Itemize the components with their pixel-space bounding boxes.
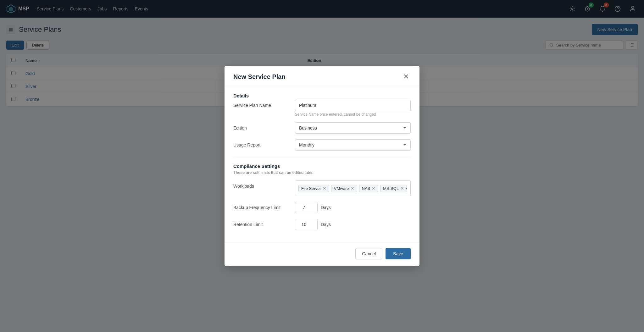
workload-tag-nas-label: NAS bbox=[362, 186, 370, 191]
cancel-button[interactable]: Cancel bbox=[355, 248, 382, 259]
workload-tag-fileserver-remove[interactable]: ✕ bbox=[323, 186, 326, 191]
workload-tag-mssql-label: MS-SQL bbox=[383, 186, 399, 191]
workloads-field: File Server ✕ VMware ✕ NAS ✕ MS-SQL bbox=[295, 180, 411, 196]
modal-body: Details Service Plan Name Service Name o… bbox=[225, 86, 419, 243]
modal-close-button[interactable]: ✕ bbox=[401, 73, 411, 81]
modal-overlay[interactable]: New Service Plan ✕ Details Service Plan … bbox=[0, 0, 644, 332]
retention-number-days: Days bbox=[295, 219, 411, 230]
workloads-row: Workloads File Server ✕ VMware ✕ NAS bbox=[233, 180, 411, 196]
service-plan-name-field: Service Name once entered, cannot be cha… bbox=[295, 100, 411, 117]
edition-row: Edition Business Elite Enterprise bbox=[233, 122, 411, 134]
compliance-section-title: Compliance Settings bbox=[233, 163, 411, 169]
workloads-box[interactable]: File Server ✕ VMware ✕ NAS ✕ MS-SQL bbox=[295, 180, 411, 196]
backup-freq-input[interactable] bbox=[295, 202, 318, 213]
modal-title: New Service Plan bbox=[233, 73, 286, 80]
workload-tag-vmware-remove[interactable]: ✕ bbox=[351, 186, 354, 191]
workload-tag-vmware-label: VMware bbox=[334, 186, 349, 191]
edition-field: Business Elite Enterprise bbox=[295, 122, 411, 134]
workload-tag-mssql-remove[interactable]: ✕ bbox=[400, 186, 404, 191]
workload-tag-nas: NAS ✕ bbox=[359, 185, 379, 192]
workload-tag-vmware: VMware ✕ bbox=[331, 185, 357, 192]
workloads-label: Workloads bbox=[233, 180, 290, 189]
workloads-dropdown-arrow[interactable]: ▾ bbox=[405, 186, 407, 191]
workload-tag-nas-remove[interactable]: ✕ bbox=[372, 186, 375, 191]
retention-input[interactable] bbox=[295, 219, 318, 230]
service-plan-name-row: Service Plan Name Service Name once ente… bbox=[233, 100, 411, 117]
workload-tag-fileserver: File Server ✕ bbox=[298, 185, 329, 192]
edition-select[interactable]: Business Elite Enterprise bbox=[295, 122, 411, 134]
backup-freq-label: Backup Frequency Limit bbox=[233, 202, 290, 210]
usage-report-row: Usage Report Monthly Weekly Daily bbox=[233, 139, 411, 151]
modal-footer: Cancel Save bbox=[225, 243, 419, 266]
save-button[interactable]: Save bbox=[386, 248, 411, 259]
workload-tag-fileserver-label: File Server bbox=[301, 186, 321, 191]
retention-field: Days bbox=[295, 219, 411, 230]
service-plan-name-input[interactable] bbox=[295, 100, 411, 111]
backup-freq-row: Backup Frequency Limit Days bbox=[233, 202, 411, 213]
section-divider bbox=[233, 157, 411, 157]
compliance-subtitle: These are soft limits that can be edited… bbox=[233, 170, 411, 175]
retention-unit: Days bbox=[321, 222, 331, 227]
usage-report-field: Monthly Weekly Daily bbox=[295, 139, 411, 151]
backup-freq-field: Days bbox=[295, 202, 411, 213]
retention-label: Retention Limit bbox=[233, 219, 290, 227]
backup-freq-unit: Days bbox=[321, 205, 331, 210]
workload-tag-mssql: MS-SQL ✕ bbox=[380, 185, 407, 192]
service-plan-name-label: Service Plan Name bbox=[233, 100, 290, 108]
modal-header: New Service Plan ✕ bbox=[225, 66, 419, 86]
new-service-plan-modal: New Service Plan ✕ Details Service Plan … bbox=[225, 66, 419, 266]
backup-freq-number-days: Days bbox=[295, 202, 411, 213]
details-section-title: Details bbox=[233, 93, 411, 98]
usage-report-label: Usage Report bbox=[233, 139, 290, 147]
service-plan-name-hint: Service Name once entered, cannot be cha… bbox=[295, 112, 411, 117]
usage-report-select[interactable]: Monthly Weekly Daily bbox=[295, 139, 411, 151]
retention-row: Retention Limit Days bbox=[233, 219, 411, 230]
edition-label: Edition bbox=[233, 122, 290, 130]
